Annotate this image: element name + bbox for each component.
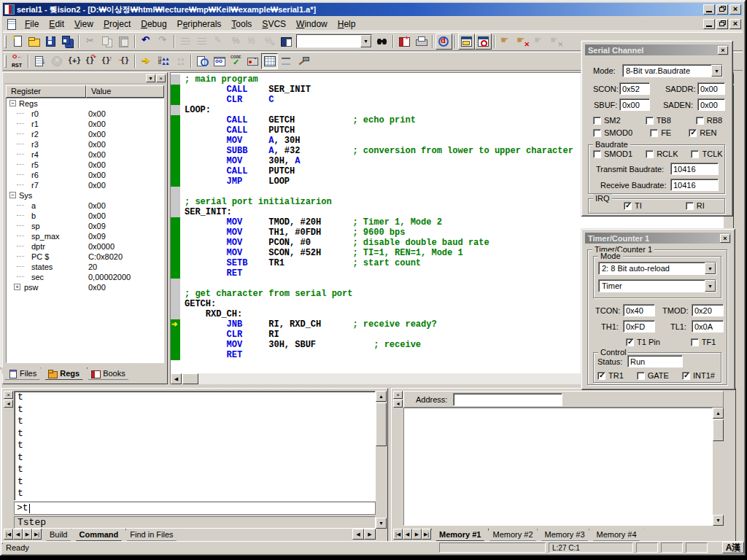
outdent-button[interactable] [194,34,211,50]
executable-line-marker[interactable] [171,146,180,156]
scroll-up-icon[interactable]: ▲ [713,408,724,419]
timer-counter-close-icon[interactable]: × [720,234,730,243]
serial-channel-title-bar[interactable]: Serial Channel × [585,44,729,55]
find-button[interactable] [374,34,390,50]
executable-line-marker[interactable] [171,85,180,95]
executable-line-marker[interactable] [171,248,180,258]
register-value[interactable]: 20 [88,262,97,272]
indent-button[interactable] [177,34,194,50]
editor-margin[interactable] [171,289,180,299]
chevron-down-icon[interactable]: ▼ [705,280,716,292]
tab-scroll-right-icon[interactable]: ▶ [412,529,422,540]
value-column-header[interactable]: Value [86,85,164,98]
register-row[interactable]: r00x00 [7,109,163,119]
ren-checkbox[interactable]: REN [689,128,716,137]
executable-line-marker[interactable] [171,238,180,248]
find-in-files-button[interactable] [278,34,295,50]
next-bookmark-button[interactable] [228,34,244,50]
mdi-restore-button[interactable] [716,19,728,29]
menu-file[interactable]: File [20,18,44,31]
register-row[interactable]: +psw0x00 [7,282,163,292]
unchecked-checkbox-icon[interactable] [593,150,601,158]
register-value[interactable]: 0x00 [88,129,106,139]
register-value[interactable]: 0,00002000 [88,272,131,282]
chevron-down-icon[interactable]: ▼ [705,262,716,274]
toolbox-button[interactable] [295,53,311,69]
step-out-button[interactable] [98,53,115,69]
tclk-checkbox[interactable]: TCLK [691,149,722,158]
executable-line-marker[interactable] [171,228,180,238]
serial-mode-select[interactable]: 8-Bit var.Baudrate ▼ [622,64,723,77]
collapse-icon[interactable]: − [9,100,16,106]
document-icon[interactable] [6,19,17,29]
register-value[interactable]: 0x00 [88,109,106,119]
memory-content[interactable] [403,408,713,526]
scon-field[interactable]: 0x52 [619,82,650,95]
executable-line-marker[interactable] [171,268,180,279]
vertical-scroll-thumb[interactable] [713,419,724,441]
register-value[interactable]: 0x00 [88,139,106,149]
unchecked-checkbox-icon[interactable] [593,129,601,137]
register-value[interactable]: C:0x8020 [88,252,123,262]
undo-button[interactable] [138,34,155,50]
ime-indicator[interactable]: A漢 [722,542,744,553]
t1-pin-checkbox[interactable]: T1 Pin [626,338,660,346]
tab-scroll-first-icon[interactable]: |◀ [393,529,403,540]
executable-line-marker[interactable] [171,350,180,360]
executable-line-marker[interactable] [171,176,180,187]
register-row[interactable]: sp0x09 [7,221,163,231]
checked-checkbox-icon[interactable] [624,202,632,210]
checked-checkbox-icon[interactable] [682,372,690,380]
tf1-checkbox[interactable]: TF1 [691,338,716,346]
menu-peripherals[interactable]: Peripherals [172,18,227,31]
smod0-checkbox[interactable]: SMOD0 [593,128,632,137]
project-window-button[interactable] [458,34,475,50]
tab-regs[interactable]: Regs [40,368,88,380]
tab-memory-2[interactable]: Memory #2 [484,529,541,541]
menu-help[interactable]: Help [333,18,361,31]
saddr-field[interactable]: 0x00 [697,82,725,95]
timer-counter-title-bar[interactable]: Timer/Counter 1 × [585,233,731,244]
serial-window-button[interactable] [244,53,261,69]
register-row[interactable]: r30x00 [7,139,163,149]
timer-source-select[interactable]: Timer ▼ [598,279,716,292]
register-row[interactable]: states20 [7,262,163,272]
register-value[interactable]: 0x00 [88,119,106,129]
clear-bookmarks-button[interactable] [261,34,278,50]
current-statement-arrow-icon[interactable] [171,319,180,330]
tcon-field[interactable]: 0x40 [623,304,655,316]
int1--checkbox[interactable]: INT1# [682,371,715,380]
copy-button[interactable] [98,34,115,50]
sm2-checkbox[interactable]: SM2 [593,116,621,125]
register-row[interactable]: a0x00 [7,201,163,211]
title-bar[interactable]: serial1 - 퀮ision2 - [D:₩이상정₩html₩lecture… [3,3,743,16]
tab-scroll-right-icon[interactable]: ▶ [23,529,32,540]
tab-memory-4[interactable]: Memory #4 [589,529,645,541]
insert-breakpoint-button[interactable] [498,34,514,50]
code-coverage-button[interactable] [228,53,244,69]
command-vertical-scrollbar[interactable]: ▲ ▼ [376,391,387,529]
editor-margin[interactable] [171,279,180,289]
unchecked-checkbox-icon[interactable] [691,338,699,346]
register-value[interactable]: 0x09 [88,231,106,241]
register-row[interactable]: −Sys [7,190,163,201]
scroll-down-icon[interactable]: ▼ [713,515,724,526]
scroll-left-icon[interactable]: ◀ [171,373,182,384]
collapse-icon[interactable]: − [9,192,16,198]
vertical-scroll-thumb[interactable] [376,402,387,446]
register-row[interactable]: r10x00 [7,119,163,129]
register-row[interactable]: dptr0x0000 [7,241,163,252]
executable-line-marker[interactable] [171,156,180,166]
prev-bookmark-button[interactable] [244,34,261,50]
unchecked-checkbox-icon[interactable] [593,117,601,125]
ti-checkbox[interactable]: TI [624,201,642,210]
disassembly-window-button[interactable] [194,53,211,69]
restore-button[interactable] [716,4,728,15]
halt-button[interactable] [48,53,65,69]
toolbar-grip[interactable] [4,55,7,68]
editor-margin[interactable] [171,299,180,309]
tab-command[interactable]: Command [71,529,126,541]
unchecked-checkbox-icon[interactable] [637,372,645,380]
tab-files[interactable]: Files [0,368,44,380]
minimize-button[interactable] [703,4,715,15]
